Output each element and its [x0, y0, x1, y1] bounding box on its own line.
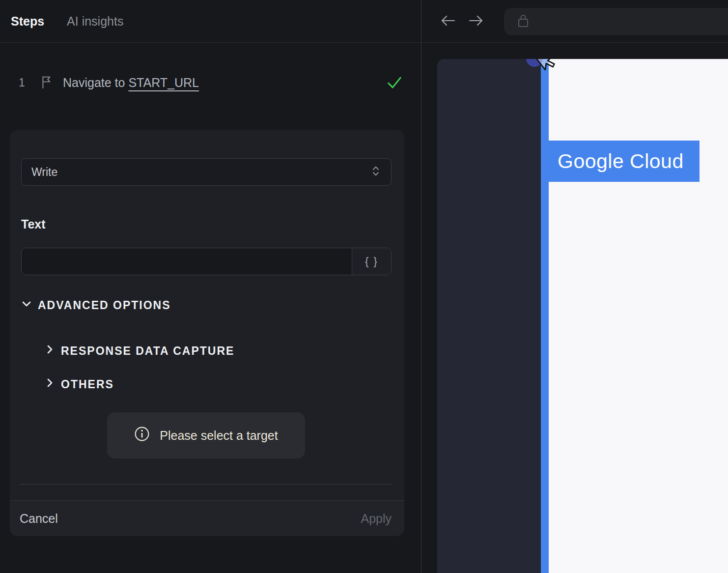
steps-panel: Steps AI insights 1 Navigate to START_UR…: [0, 0, 421, 573]
select-target-text: Please select a target: [160, 429, 278, 443]
select-target-notice: Please select a target: [107, 412, 305, 458]
action-select[interactable]: Write: [21, 158, 392, 186]
mouse-cursor-icon: [532, 59, 552, 80]
element-highlight-stripe: [541, 59, 549, 573]
step-row[interactable]: 1 Navigate to START_URL: [0, 69, 421, 96]
url-bar[interactable]: [504, 8, 728, 35]
tab-steps[interactable]: Steps: [11, 14, 44, 29]
chevron-down-icon: [21, 298, 32, 312]
response-data-capture-toggle[interactable]: RESPONSE DATA CAPTURE: [44, 344, 234, 358]
cancel-button[interactable]: Cancel: [20, 512, 58, 526]
text-input[interactable]: [22, 248, 352, 275]
back-button[interactable]: [440, 14, 456, 29]
tab-ai-insights[interactable]: AI insights: [67, 14, 123, 29]
apply-button[interactable]: Apply: [361, 512, 392, 526]
step-number: 1: [19, 76, 29, 89]
chevron-right-icon: [44, 344, 55, 358]
chevron-right-icon: [44, 377, 55, 391]
step-success-check-icon: [387, 75, 402, 90]
info-icon: [134, 426, 150, 445]
page-background: [549, 59, 728, 573]
advanced-options-label: ADVANCED OPTIONS: [38, 299, 171, 312]
action-select-value: Write: [31, 166, 370, 179]
left-topbar: Steps AI insights: [0, 0, 421, 43]
browser-toolbar: [422, 0, 728, 43]
browser-preview-panel: Google Cloud: [422, 0, 728, 573]
page-viewport[interactable]: Google Cloud: [437, 59, 728, 573]
forward-button[interactable]: [468, 14, 484, 29]
highlighted-element-label: Google Cloud: [558, 150, 684, 173]
step-description: Navigate to START_URL: [63, 76, 199, 90]
highlighted-element[interactable]: Google Cloud: [541, 141, 700, 182]
step-editor-card: Write Text { } ADVANCED OPTIONS: [10, 130, 404, 536]
flag-icon: [40, 74, 53, 91]
response-data-capture-label: RESPONSE DATA CAPTURE: [61, 344, 234, 358]
footer-divider: [20, 484, 392, 485]
text-input-row: { }: [21, 248, 392, 275]
chevron-updown-icon: [370, 164, 381, 180]
text-field-label: Text: [21, 217, 46, 231]
advanced-options-toggle[interactable]: ADVANCED OPTIONS: [21, 298, 171, 312]
lock-icon: [517, 13, 530, 30]
editor-footer: Cancel Apply: [10, 500, 404, 536]
others-toggle[interactable]: OTHERS: [44, 377, 114, 391]
step-text-prefix: Navigate to: [63, 76, 128, 89]
insert-variable-button[interactable]: { }: [352, 248, 391, 275]
others-label: OTHERS: [61, 378, 114, 391]
start-url-link[interactable]: START_URL: [128, 76, 199, 89]
